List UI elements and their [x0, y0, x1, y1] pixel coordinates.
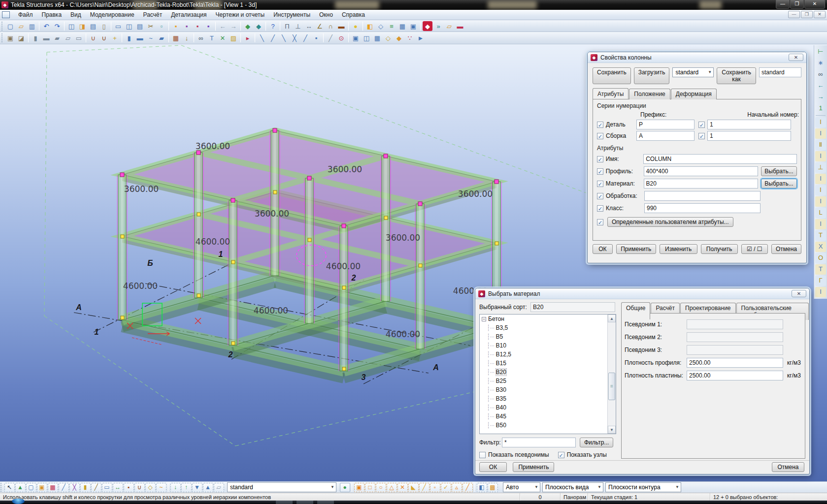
- tree-item-B35[interactable]: ┆··· B35: [480, 394, 616, 403]
- mdi-restore-button[interactable]: ❐: [801, 11, 813, 18]
- conn-shear-plate-icon[interactable]: I: [815, 219, 826, 229]
- clash-check-icon[interactable]: ◧: [365, 21, 375, 31]
- preset-combo[interactable]: standard: [672, 67, 714, 77]
- binoculars-icon[interactable]: ∞: [815, 69, 826, 80]
- concrete-column-icon[interactable]: ▮: [124, 33, 134, 43]
- measure-distance-icon[interactable]: ↔: [304, 21, 314, 31]
- grid-views-icon[interactable]: ▦: [372, 33, 382, 43]
- prev-icon[interactable]: ←: [218, 21, 228, 31]
- filter-button[interactable]: Фильтр...: [580, 438, 613, 447]
- part-start-input[interactable]: [707, 120, 791, 129]
- tree-item-B10[interactable]: ┆··· B10: [480, 341, 616, 350]
- conn-splice-icon[interactable]: I: [815, 151, 826, 161]
- list-create-icon[interactable]: ≡: [387, 21, 397, 31]
- line-tool-1-icon[interactable]: ╲: [257, 33, 267, 43]
- redo-icon[interactable]: ↷: [52, 21, 62, 31]
- numbering-icon[interactable]: ▦: [397, 21, 407, 31]
- point-red-icon[interactable]: ▪: [193, 21, 202, 31]
- material-checkbox[interactable]: ✓: [597, 181, 603, 187]
- view-cube-icon[interactable]: ▣: [351, 33, 361, 43]
- report-icon[interactable]: ▯: [99, 21, 109, 31]
- steel-beam-icon[interactable]: ▬: [41, 33, 51, 43]
- mdi-document-icon[interactable]: [2, 11, 10, 18]
- view-properties-icon[interactable]: ◫: [124, 21, 134, 31]
- conn-base-plate-icon[interactable]: ⊥: [815, 162, 826, 173]
- concrete-beam-icon[interactable]: ▬: [135, 33, 145, 43]
- load-button[interactable]: Загрузить: [634, 67, 670, 84]
- tab-deformation[interactable]: Деформация: [671, 89, 717, 99]
- ortho-toggle-icon[interactable]: ◧: [477, 483, 487, 492]
- menu-0[interactable]: Файл: [14, 10, 37, 19]
- close-button[interactable]: ✕: [804, 0, 825, 9]
- selection-filter-combo[interactable]: standard: [227, 482, 336, 492]
- menu-3[interactable]: Моделирование: [86, 10, 139, 19]
- cut-icon[interactable]: ✂: [146, 21, 156, 31]
- title-bar[interactable]: ◆ Tekla Structures x64 - C:\Users\Nairi\…: [0, 0, 827, 10]
- line-tool-4-icon[interactable]: ╳: [290, 33, 299, 43]
- uda-button[interactable]: Определенные пользователем атрибуты...: [607, 217, 733, 227]
- alias1-input[interactable]: [687, 319, 783, 329]
- name-checkbox[interactable]: ✓: [597, 156, 603, 162]
- tree-scrollbar[interactable]: ▲ ▼: [607, 315, 616, 434]
- select-grid-up-icon[interactable]: ▲: [203, 483, 213, 492]
- select-plug-icon[interactable]: ▪: [124, 483, 134, 492]
- assembly-checkbox[interactable]: ✓: [597, 133, 603, 139]
- filter-input[interactable]: [502, 438, 576, 447]
- select-weld-icon[interactable]: ∪: [134, 483, 145, 492]
- save-button[interactable]: Сохранить: [593, 67, 631, 84]
- point-orange-icon[interactable]: ▪: [171, 21, 181, 31]
- cancel-button[interactable]: Отмена: [771, 244, 801, 254]
- tree-item-B12_5[interactable]: ┆··· B12,5: [480, 350, 616, 359]
- profile-checkbox[interactable]: ✓: [597, 168, 603, 175]
- windows-taskbar[interactable]: [0, 501, 827, 504]
- panel-icon[interactable]: ▭: [74, 33, 84, 43]
- divide-icon[interactable]: ╱: [326, 33, 335, 43]
- new-view-icon[interactable]: ▭: [113, 21, 123, 31]
- menu-6[interactable]: Чертежи и отчеты: [211, 10, 269, 19]
- measure-bolt-icon[interactable]: ▬: [336, 21, 346, 31]
- scroll-down-icon[interactable]: ▼: [608, 426, 616, 434]
- snap-mode-combo[interactable]: Авто: [503, 482, 540, 492]
- fence-icon[interactable]: Π: [282, 21, 292, 31]
- autoconnect-icon[interactable]: ✕: [218, 33, 228, 43]
- undo-icon[interactable]: ↶: [41, 21, 51, 31]
- view-filter-globe-icon[interactable]: ●: [340, 483, 350, 492]
- select-move-icon[interactable]: ↔: [113, 483, 123, 492]
- minimize-button[interactable]: —: [776, 0, 790, 9]
- start-orb-icon[interactable]: [12, 499, 25, 504]
- workplane-tool-icon[interactable]: ⊢: [815, 47, 826, 57]
- select-curve-icon[interactable]: ~: [156, 483, 166, 492]
- restore-button[interactable]: ❐: [790, 0, 804, 9]
- prev-view-icon[interactable]: ←: [815, 81, 826, 91]
- snap-corner-icon[interactable]: ◣: [408, 483, 419, 492]
- menu-5[interactable]: Детализация: [166, 10, 211, 19]
- select-grid-icon[interactable]: ▦: [48, 483, 58, 492]
- scroll-up-icon[interactable]: ▲: [608, 315, 616, 322]
- area-select-icon[interactable]: ▫: [157, 21, 166, 31]
- measure-angle-icon[interactable]: ∠: [315, 21, 325, 31]
- assembly-prefix-input[interactable]: [636, 131, 695, 141]
- eraser-cube-icon[interactable]: ◪: [16, 33, 26, 43]
- surface-icon[interactable]: ▨: [229, 33, 238, 43]
- conn-seat-icon[interactable]: L: [815, 208, 826, 218]
- paste-icon[interactable]: ▤: [88, 21, 98, 31]
- tab-position[interactable]: Положение: [629, 89, 670, 99]
- context-help-icon[interactable]: ?: [268, 21, 278, 31]
- conn-custom-icon[interactable]: I: [815, 287, 826, 297]
- dialog-close-icon[interactable]: ✕: [789, 54, 803, 61]
- conn-gusset-icon[interactable]: I: [815, 196, 826, 207]
- point-purple-icon[interactable]: ▪: [182, 21, 192, 31]
- conn-end-plate-icon[interactable]: I: [815, 117, 826, 127]
- show-aliases-checkbox[interactable]: [479, 452, 486, 458]
- select-plane-icon[interactable]: ▱: [214, 483, 224, 492]
- profile-select-button[interactable]: Выбрать...: [761, 166, 797, 176]
- mesh-icon[interactable]: +: [110, 33, 120, 43]
- finish-input[interactable]: [644, 191, 761, 201]
- snap-free-icon[interactable]: ▵: [452, 483, 462, 492]
- flag-icon[interactable]: ▸: [243, 33, 253, 43]
- numbering-one-icon[interactable]: 1: [815, 103, 826, 114]
- apply-button[interactable]: Применить: [513, 462, 554, 472]
- snap-nearest-icon[interactable]: ▫: [430, 483, 440, 492]
- menu-8[interactable]: Окно: [315, 10, 337, 19]
- show-nodes-checkbox[interactable]: ✓: [558, 452, 564, 458]
